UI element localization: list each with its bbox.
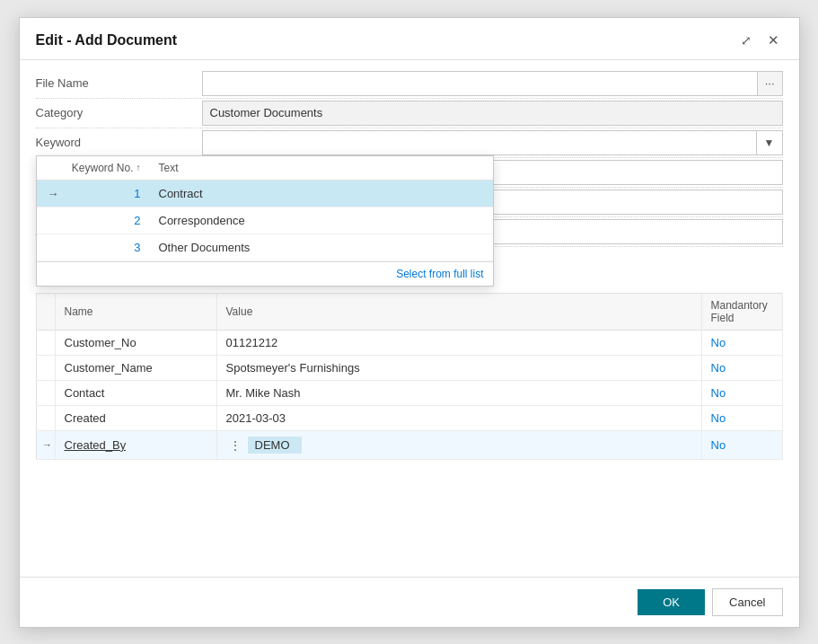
expand-icon: ⤢: [741, 33, 752, 48]
field-values-row-0[interactable]: Customer_No01121212No: [36, 330, 782, 355]
keyword-no-3: 3: [69, 241, 159, 254]
fv-row-arrow-3: [36, 405, 55, 430]
dialog-footer: OK Cancel: [20, 577, 799, 627]
dropdown-header-no-col: Keyword No. ↑: [69, 162, 159, 174]
keyword-label: Keyword: [36, 130, 202, 154]
dropdown-table-header: Keyword No. ↑ Text: [37, 156, 493, 181]
field-values-row-1[interactable]: Customer_NameSpotsmeyer's FurnishingsNo: [36, 355, 782, 380]
fv-th-mandatory: Mandantory Field: [701, 293, 782, 330]
fv-row-name-0: Customer_No: [55, 330, 216, 355]
category-row: Category Customer Documents: [36, 99, 783, 128]
fv-row-mandatory-4: No: [701, 430, 782, 459]
category-label: Category: [36, 101, 202, 125]
fv-row-value-3: 2021-03-03: [216, 405, 701, 430]
keyword-no-2: 2: [69, 214, 159, 227]
keyword-dropdown-row-3[interactable]: 3 Other Documents: [37, 234, 493, 261]
category-value: Customer Documents: [202, 99, 783, 128]
fv-row-value-editable-4[interactable]: DEMO: [248, 437, 302, 454]
fv-row-mandatory-1: No: [701, 355, 782, 380]
ok-button[interactable]: OK: [638, 589, 705, 615]
field-values-header-row: Name Value Mandantory Field: [36, 293, 782, 330]
file-name-value: ···: [202, 69, 783, 98]
dialog-title: Edit - Add Document: [36, 32, 178, 49]
keyword-value: ▼ Keyword No. ↑ Text: [202, 128, 783, 157]
file-name-row: File Name ···: [36, 69, 783, 99]
file-name-label: File Name: [36, 71, 202, 95]
keyword-text-2: Correspondence: [159, 214, 482, 227]
category-field: Customer Documents: [202, 101, 783, 126]
fv-th-name: Name: [55, 293, 216, 330]
expand-button[interactable]: ⤢: [737, 31, 755, 49]
keyword-dropdown-arrow[interactable]: ▼: [756, 131, 782, 154]
field-values-row-3[interactable]: Created2021-03-03No: [36, 405, 782, 430]
keyword-input-row[interactable]: ▼: [202, 130, 783, 155]
keyword-no-label: Keyword No.: [72, 162, 134, 174]
file-name-input-group: ···: [202, 71, 783, 96]
fv-row-drag-handle-4[interactable]: ⋮: [226, 439, 244, 452]
fv-row-arrow-2: [36, 380, 55, 405]
fv-row-name-3: Created: [55, 405, 216, 430]
keyword-row-selected-icon: →: [48, 187, 69, 200]
fv-row-value-4: ⋮DEMO: [216, 430, 701, 459]
keyword-input[interactable]: [203, 132, 756, 153]
dialog-header-icons: ⤢ ✕: [737, 31, 783, 50]
close-button[interactable]: ✕: [764, 31, 783, 50]
fv-row-arrow-1: [36, 355, 55, 380]
fv-row-value-2: Mr. Mike Nash: [216, 380, 701, 405]
fv-row-mandatory-3: No: [701, 405, 782, 430]
fv-row-arrow-0: [36, 330, 55, 355]
dropdown-footer: Select from full list: [37, 261, 493, 286]
field-values-row-2[interactable]: ContactMr. Mike NashNo: [36, 380, 782, 405]
edit-add-document-dialog: Edit - Add Document ⤢ ✕ File Name ··· Ca…: [19, 17, 800, 628]
dialog-body: File Name ··· Category Customer Document…: [20, 60, 799, 577]
fv-row-name-1: Customer_Name: [55, 355, 216, 380]
keyword-text-3: Other Documents: [159, 241, 482, 254]
select-from-full-list-link[interactable]: Select from full list: [396, 268, 483, 280]
field-values-tbody: Customer_No01121212NoCustomer_NameSpotsm…: [36, 330, 782, 459]
fv-row-name-4: Created_By: [55, 430, 216, 459]
fv-row-arrow-4: →: [36, 430, 55, 459]
fv-row-value-1: Spotsmeyer's Furnishings: [216, 355, 701, 380]
cancel-button[interactable]: Cancel: [712, 588, 782, 616]
keyword-dropdown-row-1[interactable]: → 1 Contract: [37, 181, 493, 207]
close-icon: ✕: [768, 32, 779, 49]
fv-row-mandatory-2: No: [701, 380, 782, 405]
file-name-input[interactable]: [202, 71, 758, 96]
keyword-text-1: Contract: [159, 187, 482, 200]
keyword-dropdown: Keyword No. ↑ Text → 1 Contract: [36, 155, 494, 287]
field-values-table: Name Value Mandantory Field Customer_No0…: [36, 293, 783, 460]
fv-row-name-2: Contact: [55, 380, 216, 405]
sort-asc-icon: ↑: [136, 163, 141, 172]
fv-th-value: Value: [216, 293, 701, 330]
dialog-header: Edit - Add Document ⤢ ✕: [20, 18, 799, 60]
field-values-row-4[interactable]: →Created_By⋮DEMONo: [36, 430, 782, 459]
dropdown-header-text-col: Text: [159, 162, 482, 174]
fv-th-arrow: [36, 293, 55, 330]
keyword-row: Keyword ▼ Keyword No.: [36, 128, 783, 158]
fv-row-name-link-4[interactable]: Created_By: [65, 438, 127, 452]
fv-row-mandatory-0: No: [701, 330, 782, 355]
keyword-no-1: 1: [69, 187, 159, 200]
file-name-browse-button[interactable]: ···: [758, 71, 783, 96]
fv-row-value-0: 01121212: [216, 330, 701, 355]
keyword-wrapper: ▼ Keyword No. ↑ Text: [202, 130, 783, 155]
keyword-dropdown-row-2[interactable]: 2 Correspondence: [37, 207, 493, 234]
